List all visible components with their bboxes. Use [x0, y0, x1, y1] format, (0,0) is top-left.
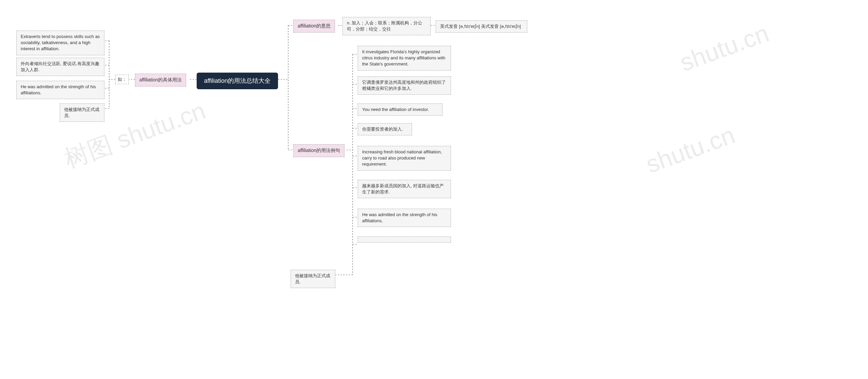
meaning-definition: n. 加入；入会；联系；附属机构，分公司，分部；结交，交往	[342, 17, 431, 35]
meaning-pronunciation: 英式发音 [əˌfɪlɪ'eɪʃn] 美式发音 [əˌfɪlɪ'eɪʃn]	[436, 20, 527, 33]
example-item: 越来越多新成员国的加入, 对道路运输也产生了新的需求.	[358, 180, 451, 198]
example-item: Increasing fresh blood national affiliat…	[358, 146, 451, 171]
branch-examples[interactable]: affiliation的用法例句	[293, 144, 344, 157]
example-item: It investigates Florida's highly organiz…	[358, 46, 451, 71]
branch-meaning[interactable]: affiliation的意思	[293, 20, 335, 33]
usage-connector: 如：	[115, 75, 129, 84]
example-item-hidden	[358, 236, 451, 243]
usage-item: 他被接纳为正式成员.	[60, 103, 104, 122]
watermark: shutu.cn	[676, 19, 772, 77]
branch-usage[interactable]: affiliation的具体用法	[135, 74, 186, 87]
usage-item: Extraverts tend to possess skills such a…	[16, 31, 104, 55]
example-item: 你需要投资者的加入.	[358, 123, 412, 135]
example-item: He was admitted on the strength of his a…	[358, 209, 451, 227]
usage-item: 外向者倾向社交活跃, 爱说话,有高度兴趣加入人群.	[16, 58, 104, 76]
mindmap-canvas: 树图 shutu.cn shutu.cn shutu.cn	[0, 0, 868, 379]
example-item: 它调查佛罗里达州高度地和州的政府组织了柑橘类业和它的许多加入.	[358, 76, 451, 95]
root-node[interactable]: affiliation的用法总结大全	[197, 73, 278, 89]
example-item: You need the affiliation of investor.	[358, 103, 442, 116]
example-item: 他被接纳为正式成员.	[291, 270, 335, 288]
usage-item: He was admitted on the strength of his a…	[16, 81, 104, 99]
watermark: shutu.cn	[642, 121, 738, 178]
